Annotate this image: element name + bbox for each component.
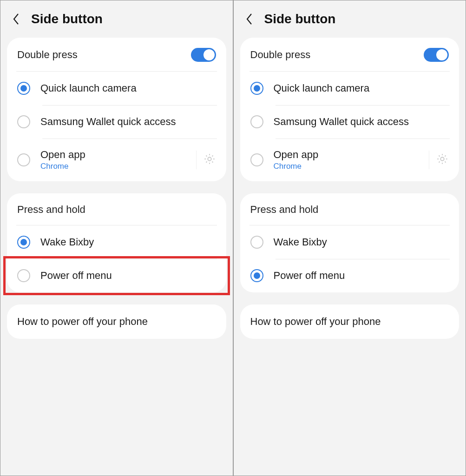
option-wake-bixby[interactable]: Wake Bixby: [16, 225, 217, 259]
radio-icon: [250, 82, 263, 95]
option-label: Power off menu: [274, 270, 449, 282]
page-title: Side button: [31, 12, 103, 26]
how-to-power-off-link[interactable]: How to power off your phone: [240, 304, 459, 339]
option-label: Open app: [274, 149, 419, 161]
how-to-power-off-link[interactable]: How to power off your phone: [7, 304, 226, 339]
double-press-toggle[interactable]: [191, 48, 216, 62]
link-label: How to power off your phone: [250, 316, 449, 328]
svg-point-0: [208, 157, 211, 160]
radio-icon: [17, 269, 30, 282]
press-hold-label: Press and hold: [17, 204, 85, 216]
option-label: Wake Bixby: [274, 236, 449, 248]
double-press-card: Double press Quick launch camera Samsung…: [7, 38, 226, 181]
radio-icon: [17, 236, 30, 249]
option-label: Quick launch camera: [40, 82, 216, 94]
press-hold-header: Press and hold: [249, 193, 450, 225]
press-hold-header: Press and hold: [16, 193, 217, 225]
link-label: How to power off your phone: [17, 316, 216, 328]
double-press-header: Double press: [249, 38, 450, 72]
option-wake-bixby[interactable]: Wake Bixby: [249, 225, 450, 259]
option-power-off-menu[interactable]: Power off menu: [249, 259, 450, 292]
option-samsung-wallet[interactable]: Samsung Wallet quick access: [16, 105, 217, 139]
back-icon[interactable]: [243, 13, 256, 26]
radio-icon: [250, 269, 263, 282]
gear-icon: [436, 152, 449, 167]
option-label: Wake Bixby: [40, 236, 216, 248]
option-open-app[interactable]: Open app Chrome: [249, 139, 450, 181]
radio-icon: [17, 82, 30, 95]
radio-icon: [250, 115, 263, 128]
option-label: Samsung Wallet quick access: [274, 116, 449, 128]
option-open-app[interactable]: Open app Chrome: [16, 139, 217, 181]
option-label: Samsung Wallet quick access: [40, 116, 216, 128]
option-quick-launch-camera[interactable]: Quick launch camera: [16, 72, 217, 105]
gear-icon: [203, 152, 216, 167]
radio-icon: [250, 153, 263, 166]
option-label: Open app: [40, 149, 186, 161]
page-title: Side button: [264, 12, 336, 26]
double-press-label: Double press: [17, 49, 78, 61]
option-label: Power off menu: [40, 270, 216, 282]
option-quick-launch-camera[interactable]: Quick launch camera: [249, 72, 450, 105]
press-hold-card: Press and hold Wake Bixby Power off menu: [240, 193, 459, 292]
header: Side button: [0, 0, 233, 38]
radio-icon: [17, 115, 30, 128]
double-press-card: Double press Quick launch camera Samsung…: [240, 38, 459, 181]
open-app-settings[interactable]: [429, 151, 449, 169]
option-sublabel: Chrome: [40, 162, 186, 171]
option-sublabel: Chrome: [274, 162, 419, 171]
option-power-off-menu[interactable]: Power off menu: [16, 259, 217, 292]
option-label: Quick launch camera: [274, 82, 449, 94]
pane-right: Side button Double press Quick launch ca…: [233, 0, 466, 476]
press-hold-label: Press and hold: [250, 204, 319, 216]
double-press-header: Double press: [16, 38, 217, 72]
radio-icon: [250, 236, 263, 249]
double-press-toggle[interactable]: [424, 48, 449, 62]
double-press-label: Double press: [250, 49, 311, 61]
open-app-settings[interactable]: [196, 151, 216, 169]
radio-icon: [17, 153, 30, 166]
press-hold-card: Press and hold Wake Bixby Power off menu: [7, 193, 226, 292]
back-icon[interactable]: [10, 13, 23, 26]
header: Side button: [234, 0, 466, 38]
option-samsung-wallet[interactable]: Samsung Wallet quick access: [249, 105, 450, 139]
svg-point-1: [440, 157, 444, 160]
pane-left: Side button Double press Quick launch ca…: [0, 0, 233, 476]
